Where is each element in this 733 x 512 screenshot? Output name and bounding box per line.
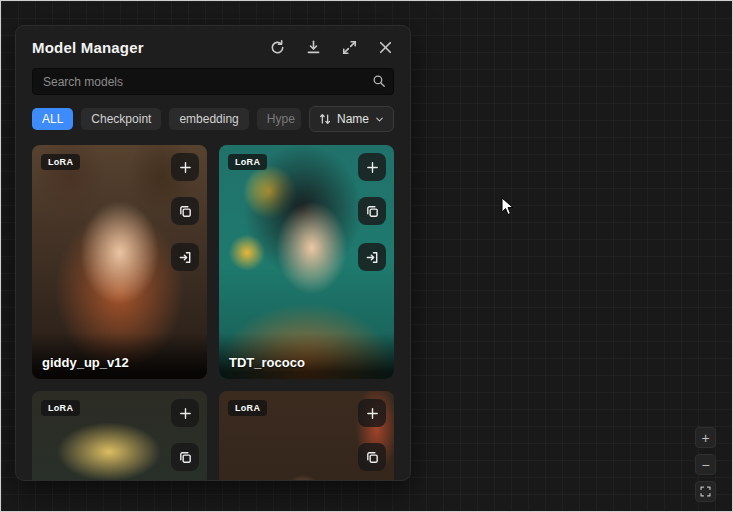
filter-chip-checkpoint[interactable]: Checkpoint <box>81 108 161 130</box>
sort-label: Name <box>337 112 369 126</box>
copy-model-button[interactable] <box>171 443 199 471</box>
plus-icon <box>365 160 380 175</box>
fit-view-icon <box>699 485 712 498</box>
model-type-badge: LoRA <box>41 154 80 170</box>
app-canvas: Model Manager <box>0 0 733 512</box>
model-name: TDT_rococo <box>219 333 394 379</box>
load-model-button[interactable] <box>358 243 386 271</box>
panel-header: Model Manager <box>16 26 410 65</box>
chevron-down-icon <box>374 114 385 125</box>
copy-model-button[interactable] <box>358 443 386 471</box>
load-model-button[interactable] <box>171 243 199 271</box>
add-model-button[interactable] <box>358 153 386 181</box>
add-model-button[interactable] <box>358 399 386 427</box>
model-card[interactable]: LoRA <box>32 391 207 480</box>
filter-chip-all[interactable]: ALL <box>32 108 73 130</box>
model-type-badge: LoRA <box>228 400 267 416</box>
search-bar <box>32 68 394 95</box>
add-model-button[interactable] <box>171 399 199 427</box>
plus-icon <box>365 406 380 421</box>
model-card[interactable]: LoRA <box>219 391 394 480</box>
panel-title: Model Manager <box>32 39 269 56</box>
expand-icon[interactable] <box>341 39 358 56</box>
copy-icon <box>365 204 380 219</box>
copy-model-button[interactable] <box>358 197 386 225</box>
model-card-grid: LoRA giddy_up_v12 LoRA <box>16 145 410 480</box>
sort-dropdown[interactable]: Name <box>309 106 394 132</box>
model-type-badge: LoRA <box>228 154 267 170</box>
zoom-in-button[interactable]: + <box>695 427 716 448</box>
refresh-icon[interactable] <box>269 39 286 56</box>
model-type-badge: LoRA <box>41 400 80 416</box>
filter-chip-embedding[interactable]: embedding <box>169 108 248 130</box>
copy-model-button[interactable] <box>171 197 199 225</box>
canvas-zoom-controls: + − <box>695 427 716 502</box>
search-icon <box>372 74 386 88</box>
plus-icon <box>178 406 193 421</box>
mouse-cursor <box>501 197 515 217</box>
close-icon[interactable] <box>377 39 394 56</box>
filter-row: ALL Checkpoint embedding Hype Name <box>32 106 394 132</box>
copy-icon <box>178 450 193 465</box>
sort-icon <box>318 112 332 126</box>
plus-icon <box>178 160 193 175</box>
model-card[interactable]: LoRA giddy_up_v12 <box>32 145 207 379</box>
download-icon[interactable] <box>305 39 322 56</box>
zoom-out-button[interactable]: − <box>695 454 716 475</box>
model-card[interactable]: LoRA TDT_rococo <box>219 145 394 379</box>
copy-icon <box>178 204 193 219</box>
add-model-button[interactable] <box>171 153 199 181</box>
panel-header-icons <box>269 39 394 56</box>
load-model-icon <box>178 250 193 265</box>
copy-icon <box>365 450 380 465</box>
filter-chip-hypernetwork[interactable]: Hype <box>257 108 301 130</box>
search-input[interactable] <box>32 68 394 95</box>
model-name: giddy_up_v12 <box>32 333 207 379</box>
load-model-icon <box>365 250 380 265</box>
model-manager-panel: Model Manager <box>15 25 411 481</box>
fit-view-button[interactable] <box>695 481 716 502</box>
